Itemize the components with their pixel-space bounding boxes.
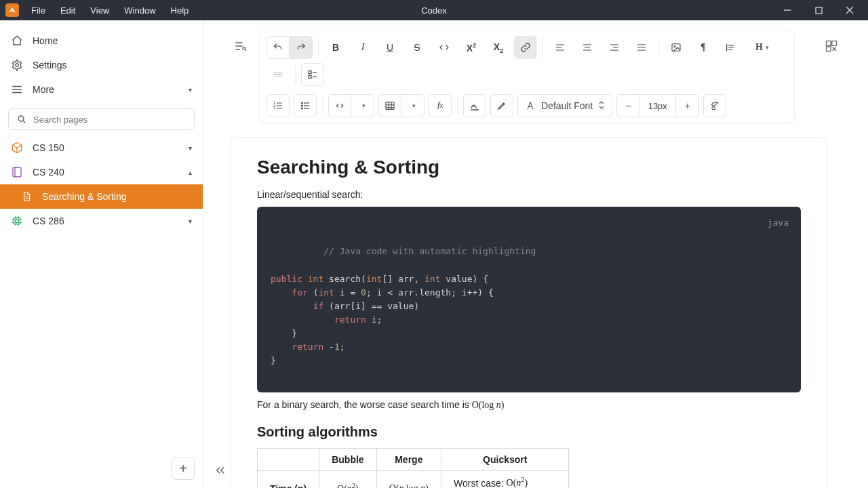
complexity-table: Bubble Merge Quicksort Time (n) O(n2) O(… — [257, 448, 569, 488]
menu-window[interactable]: Window — [117, 3, 162, 18]
svg-rect-17 — [386, 102, 394, 110]
font-size-decrease-button[interactable]: − — [616, 94, 639, 117]
col-quicksort: Quicksort — [441, 448, 569, 470]
cube-icon — [11, 142, 23, 154]
search-input[interactable] — [33, 115, 187, 125]
italic-button[interactable]: I — [351, 36, 374, 59]
svg-rect-20 — [832, 41, 837, 46]
menu-icon — [11, 83, 23, 96]
table-button[interactable] — [378, 94, 401, 117]
svg-rect-4 — [14, 218, 20, 224]
cell-quicksort: Worst case: O(n2) Average case: O(n log … — [441, 470, 569, 488]
svg-rect-3 — [13, 167, 21, 177]
code-block[interactable]: java // Java code with automatic highlig… — [257, 207, 801, 392]
bold-button[interactable]: B — [324, 36, 347, 59]
svg-rect-5 — [16, 220, 19, 223]
doc-icon — [20, 190, 33, 203]
font-size-increase-button[interactable]: + — [676, 94, 699, 117]
bullet-list-button[interactable] — [294, 94, 317, 117]
caret-icon: ▾ — [189, 144, 192, 152]
code-lang-label: java — [768, 216, 789, 230]
page-cs-286[interactable]: CS 286▾ — [0, 209, 203, 233]
align-justify-button[interactable] — [630, 36, 653, 59]
codeblock-button[interactable] — [328, 94, 351, 117]
window-close-button[interactable] — [834, 0, 865, 20]
svg-point-15 — [301, 105, 302, 106]
svg-rect-19 — [827, 41, 831, 46]
caret-icon: ▾ — [189, 218, 192, 225]
add-page-button[interactable]: + — [172, 457, 195, 480]
doc-title: Searching & Sorting — [257, 157, 801, 178]
codeblock-menu-button[interactable]: ▾ — [351, 94, 374, 117]
align-center-button[interactable] — [576, 36, 599, 59]
window-title: Codex — [421, 5, 447, 16]
align-right-button[interactable] — [603, 36, 626, 59]
search-icon — [16, 113, 28, 125]
align-left-button[interactable] — [549, 36, 572, 59]
subscript-button[interactable]: X2 — [487, 36, 510, 59]
caret-down-icon: ▾ — [189, 86, 192, 94]
collapse-sidebar-button[interactable] — [214, 464, 226, 479]
design-mode-button[interactable] — [822, 37, 841, 56]
highlight-button[interactable] — [490, 94, 513, 117]
formula-button[interactable]: fx — [429, 94, 452, 117]
svg-point-14 — [301, 102, 302, 104]
sidebar: HomeSettingsMore▾ CS 150▾CS 240▴Searchin… — [0, 20, 203, 488]
main-area: B I U S X2 X2 ¶ H▾ — [203, 20, 868, 488]
svg-point-16 — [301, 108, 302, 109]
app-logo — [5, 3, 19, 17]
cell-merge: O(n log n) — [376, 470, 441, 488]
col-merge: Merge — [376, 448, 441, 470]
menu-edit[interactable]: Edit — [54, 3, 82, 18]
binary-search-text: For a binary search, the worse case sear… — [257, 399, 801, 411]
outline-toggle-button[interactable] — [231, 37, 250, 56]
nav-more[interactable]: More▾ — [0, 77, 203, 102]
redo-button[interactable] — [290, 36, 313, 59]
nav-home[interactable]: Home — [0, 28, 203, 53]
settings-icon — [11, 59, 23, 71]
caret-icon: ▴ — [189, 169, 192, 176]
image-button[interactable] — [665, 36, 688, 59]
window-maximize-button[interactable] — [803, 0, 834, 20]
undo-button[interactable] — [267, 36, 290, 59]
checklist-button[interactable] — [301, 63, 324, 86]
window-minimize-button[interactable] — [772, 0, 803, 20]
svg-rect-10 — [309, 75, 311, 78]
svg-rect-7 — [672, 44, 680, 52]
text-color-button[interactable] — [463, 94, 486, 117]
link-button[interactable] — [514, 36, 537, 59]
page-cs-150[interactable]: CS 150▾ — [0, 136, 203, 160]
svg-rect-21 — [827, 47, 831, 52]
book-icon — [11, 166, 23, 178]
svg-rect-9 — [309, 71, 311, 74]
page-searching-sorting[interactable]: Searching & Sorting — [0, 184, 203, 209]
menu-view[interactable]: View — [83, 3, 116, 18]
svg-point-1 — [16, 64, 19, 67]
superscript-button[interactable]: X2 — [460, 36, 483, 59]
svg-point-6 — [243, 47, 245, 50]
blockquote-button[interactable] — [719, 36, 742, 59]
row-time: Time (n) — [258, 470, 319, 488]
menu-file[interactable]: File — [24, 3, 52, 18]
svg-point-8 — [674, 46, 675, 47]
hr-button[interactable] — [267, 63, 290, 86]
svg-rect-0 — [816, 7, 822, 14]
paragraph-button[interactable]: ¶ — [692, 36, 715, 59]
table-menu-button[interactable]: ▾ — [401, 94, 425, 117]
ordered-list-button[interactable]: 123 — [267, 94, 290, 117]
heading-button[interactable]: H▾ — [746, 36, 778, 59]
font-size-value[interactable]: 13px — [639, 94, 676, 117]
nav-settings[interactable]: Settings — [0, 53, 203, 77]
font-family-select[interactable]: Default Font — [517, 94, 612, 117]
editor-document[interactable]: Searching & Sorting Linear/sequential se… — [231, 137, 827, 488]
page-cs-240[interactable]: CS 240▴ — [0, 160, 203, 184]
clear-format-button[interactable] — [703, 94, 726, 117]
svg-rect-18 — [471, 109, 479, 110]
search-input-wrap[interactable] — [8, 108, 195, 130]
doc-intro: Linear/sequential search: — [257, 189, 801, 200]
menu-help[interactable]: Help — [164, 3, 196, 18]
strike-button[interactable]: S — [406, 36, 429, 59]
code-inline-button[interactable] — [433, 36, 456, 59]
heading-sorting: Sorting algorithms — [257, 424, 801, 440]
underline-button[interactable]: U — [378, 36, 401, 59]
